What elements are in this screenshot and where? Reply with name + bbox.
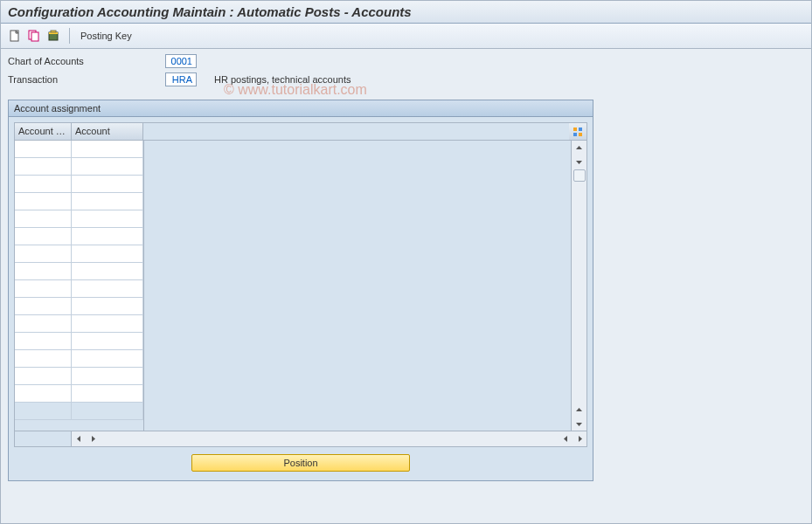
cell-account[interactable]: [72, 333, 143, 350]
svg-rect-8: [573, 133, 577, 136]
cell-account[interactable]: [72, 141, 143, 158]
cell-account[interactable]: [72, 193, 143, 210]
cell-account[interactable]: [72, 176, 143, 193]
table-row: [15, 280, 143, 298]
position-button[interactable]: Position: [191, 454, 410, 472]
account-assignment-panel: Account assignment Account k... Account: [8, 100, 593, 481]
table-row: [15, 385, 143, 403]
svg-rect-5: [51, 31, 56, 32]
table-row: [15, 193, 143, 210]
cell-account-key[interactable]: [15, 368, 72, 385]
table-row: [15, 158, 143, 176]
cell-account[interactable]: [72, 385, 143, 403]
delete-icon[interactable]: [45, 27, 62, 45]
scroll-down-icon[interactable]: [573, 155, 586, 169]
toolbar-separator: [69, 28, 70, 44]
copy-icon[interactable]: [25, 27, 43, 45]
table-row: [15, 176, 143, 193]
scroll-up-icon[interactable]: [573, 141, 586, 155]
cell-account-key[interactable]: [15, 228, 72, 245]
cell-account-key[interactable]: [15, 333, 72, 350]
cell-account-key[interactable]: [15, 245, 72, 263]
table-row: [15, 350, 143, 368]
coa-label: Chart of Accounts: [8, 56, 165, 66]
cell-account-key[interactable]: [15, 298, 72, 315]
cell-account-key[interactable]: [15, 315, 72, 333]
cell-account[interactable]: [72, 158, 143, 176]
info-panel: Chart of Accounts Transaction HR posting…: [1, 49, 811, 93]
scroll-up2-icon[interactable]: [573, 403, 586, 417]
cell-account[interactable]: [72, 298, 143, 315]
scroll-right-icon[interactable]: [86, 431, 100, 445]
cell-account-key[interactable]: [15, 350, 72, 368]
posting-key-button[interactable]: Posting Key: [77, 31, 135, 41]
coa-input[interactable]: [165, 54, 197, 68]
toolbar: Posting Key: [1, 24, 811, 49]
svg-rect-9: [579, 133, 582, 136]
table-row: [15, 210, 143, 228]
table-row: [15, 263, 143, 280]
txn-input[interactable]: [165, 72, 197, 86]
txn-label: Transaction: [8, 74, 165, 85]
table-row: [15, 368, 143, 385]
cell-account-key[interactable]: [15, 280, 72, 298]
panel-header: Account assignment: [9, 100, 593, 117]
scroll-down2-icon[interactable]: [573, 417, 586, 431]
grid-filler: [143, 141, 571, 431]
cell-account[interactable]: [72, 368, 143, 385]
cell-account-key[interactable]: [15, 193, 72, 210]
page-title: Configuration Accounting Maintain : Auto…: [8, 4, 412, 19]
scroll-thumb[interactable]: [573, 169, 586, 182]
cell-account-key[interactable]: [15, 141, 72, 158]
cell-account[interactable]: [72, 315, 143, 333]
scroll-left-icon[interactable]: [72, 431, 86, 445]
horizontal-scrollbar[interactable]: [15, 431, 586, 446]
txn-description: HR postings, technical accounts: [214, 74, 351, 85]
table-row: [15, 403, 143, 420]
cell-account[interactable]: [72, 403, 143, 420]
col-account-key[interactable]: Account k...: [15, 123, 72, 140]
cell-account[interactable]: [72, 210, 143, 228]
cell-account[interactable]: [72, 280, 143, 298]
svg-rect-7: [579, 128, 582, 131]
account-grid: Account k... Account: [14, 122, 587, 447]
col-account[interactable]: Account: [72, 123, 143, 140]
cell-account[interactable]: [72, 263, 143, 280]
svg-rect-6: [573, 128, 577, 131]
grid-rows: [15, 141, 143, 431]
grid-config-icon[interactable]: [569, 123, 586, 140]
table-row: [15, 315, 143, 333]
grid-header: Account k... Account: [15, 123, 586, 141]
cell-account-key[interactable]: [15, 210, 72, 228]
table-row: [15, 141, 143, 158]
cell-account-key[interactable]: [15, 263, 72, 280]
cell-account[interactable]: [72, 228, 143, 245]
cell-account-key[interactable]: [15, 158, 72, 176]
scroll-left2-icon[interactable]: [559, 431, 573, 445]
cell-account[interactable]: [72, 245, 143, 263]
new-icon[interactable]: [6, 27, 24, 45]
title-bar: Configuration Accounting Maintain : Auto…: [1, 1, 811, 24]
svg-rect-2: [31, 32, 38, 41]
table-row: [15, 298, 143, 315]
cell-account-key[interactable]: [15, 403, 72, 420]
vertical-scrollbar[interactable]: [571, 141, 586, 431]
table-row: [15, 333, 143, 350]
table-row: [15, 228, 143, 245]
table-row: [15, 245, 143, 263]
cell-account-key[interactable]: [15, 176, 72, 193]
cell-account-key[interactable]: [15, 385, 72, 403]
scroll-right2-icon[interactable]: [573, 431, 586, 445]
cell-account[interactable]: [72, 350, 143, 368]
